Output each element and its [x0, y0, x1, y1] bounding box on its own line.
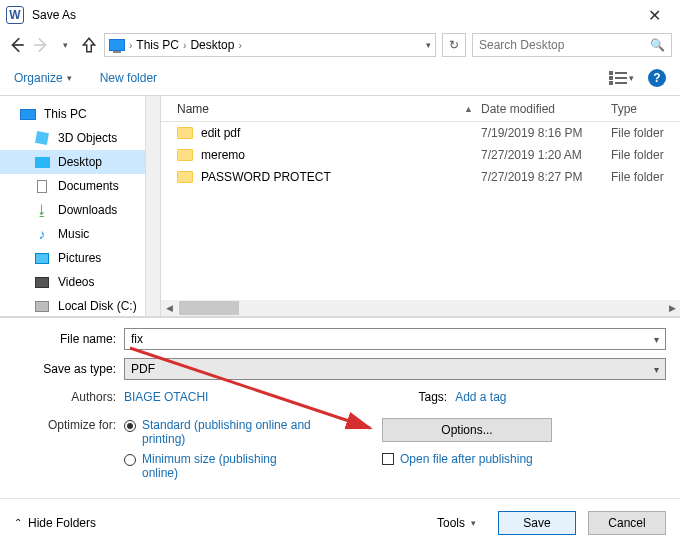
window-title: Save As	[32, 8, 634, 22]
file-list: Name ▲ Date modified Type edit pdf 7/19/…	[161, 96, 680, 316]
tags-value[interactable]: Add a tag	[455, 390, 506, 404]
sidebar-item-label: Downloads	[58, 203, 117, 217]
up-icon[interactable]	[80, 36, 98, 54]
file-name: edit pdf	[201, 126, 240, 140]
hide-folders-button[interactable]: ⌃ Hide Folders	[14, 516, 96, 530]
file-name: meremo	[201, 148, 245, 162]
sidebar-item-label: 3D Objects	[58, 131, 117, 145]
help-icon[interactable]: ?	[648, 69, 666, 87]
scroll-left-icon[interactable]: ◀	[161, 300, 177, 316]
sidebar-item-label: Local Disk (C:)	[58, 299, 137, 313]
cancel-button[interactable]: Cancel	[588, 511, 666, 535]
breadcrumb-this-pc[interactable]: This PC	[136, 38, 179, 52]
file-type: File folder	[611, 126, 680, 140]
cube-icon	[35, 131, 49, 145]
sidebar-item-videos[interactable]: Videos	[0, 270, 160, 294]
file-date: 7/27/2019 1:20 AM	[481, 148, 611, 162]
sidebar-item-label: Desktop	[58, 155, 102, 169]
horizontal-scrollbar[interactable]: ◀ ▶	[161, 300, 680, 316]
word-app-icon: W	[6, 6, 24, 24]
close-icon[interactable]: ✕	[634, 6, 674, 25]
filename-value: fix	[131, 332, 143, 346]
folder-icon	[177, 149, 193, 161]
filename-input[interactable]: fix ▾	[124, 328, 666, 350]
desktop-icon	[35, 157, 50, 168]
refresh-icon[interactable]: ↻	[442, 33, 466, 57]
dropdown-icon[interactable]: ▾	[654, 334, 659, 345]
authors-value[interactable]: BIAGE OTACHI	[124, 390, 208, 404]
column-header-date[interactable]: Date modified	[481, 102, 611, 116]
savetype-value: PDF	[131, 362, 155, 376]
tags-label: Tags:	[418, 390, 447, 404]
chevron-down-icon: ▾	[67, 73, 72, 83]
svg-rect-3	[615, 72, 627, 74]
chevron-right-icon: ›	[129, 40, 132, 51]
sidebar-item-pictures[interactable]: Pictures	[0, 246, 160, 270]
search-icon: 🔍	[650, 38, 665, 52]
sidebar-item-music[interactable]: ♪ Music	[0, 222, 160, 246]
sidebar-item-this-pc[interactable]: This PC	[0, 102, 160, 126]
file-name: PASSWORD PROTECT	[201, 170, 331, 184]
recent-dropdown-icon[interactable]: ▾	[56, 36, 74, 54]
svg-rect-1	[609, 76, 613, 80]
hide-folders-label: Hide Folders	[28, 516, 96, 530]
chevron-down-icon: ▾	[629, 73, 634, 83]
sidebar-item-label: Videos	[58, 275, 94, 289]
table-row[interactable]: PASSWORD PROTECT 7/27/2019 8:27 PM File …	[161, 166, 680, 188]
forward-icon	[32, 36, 50, 54]
chevron-right-icon: ›	[183, 40, 186, 51]
optimize-minimum-radio[interactable]: Minimum size (publishing online)	[124, 452, 312, 480]
radio-label: Standard (publishing online and printing…	[142, 418, 312, 446]
chevron-up-icon: ⌃	[14, 517, 22, 528]
column-header-name[interactable]: Name ▲	[161, 102, 481, 116]
column-header-type[interactable]: Type	[611, 102, 680, 116]
open-after-checkbox[interactable]: Open file after publishing	[382, 452, 533, 466]
download-icon: ⭳	[35, 202, 49, 218]
disk-icon	[35, 301, 49, 312]
savetype-label: Save as type:	[14, 362, 124, 376]
breadcrumb-dropdown-icon[interactable]: ▾	[426, 40, 431, 50]
sidebar: This PC 3D Objects Desktop Documents ⭳ D…	[0, 96, 161, 316]
svg-rect-0	[609, 71, 613, 75]
checkbox-label: Open file after publishing	[400, 452, 533, 466]
music-icon: ♪	[39, 226, 46, 242]
organize-menu[interactable]: Organize▾	[14, 71, 72, 85]
sidebar-item-label: This PC	[44, 107, 87, 121]
filename-label: File name:	[14, 332, 124, 346]
view-mode-button[interactable]: ▾	[609, 71, 634, 85]
monitor-icon	[20, 109, 36, 120]
chevron-down-icon: ▾	[471, 518, 476, 528]
sort-asc-icon: ▲	[464, 104, 473, 114]
table-row[interactable]: meremo 7/27/2019 1:20 AM File folder	[161, 144, 680, 166]
scroll-thumb[interactable]	[179, 301, 239, 315]
svg-rect-5	[615, 82, 627, 84]
table-row[interactable]: edit pdf 7/19/2019 8:16 PM File folder	[161, 122, 680, 144]
breadcrumb-desktop[interactable]: Desktop	[190, 38, 234, 52]
tools-menu[interactable]: Tools▾	[437, 516, 476, 530]
radio-label: Minimum size (publishing online)	[142, 452, 312, 480]
search-field[interactable]	[479, 38, 650, 52]
file-type: File folder	[611, 170, 680, 184]
sidebar-item-local-disk[interactable]: Local Disk (C:)	[0, 294, 160, 316]
breadcrumb[interactable]: › This PC › Desktop › ▾	[104, 33, 436, 57]
back-icon[interactable]	[8, 36, 26, 54]
pc-icon	[109, 39, 125, 51]
sidebar-item-3d-objects[interactable]: 3D Objects	[0, 126, 160, 150]
file-type: File folder	[611, 148, 680, 162]
optimize-standard-radio[interactable]: Standard (publishing online and printing…	[124, 418, 312, 446]
dropdown-icon[interactable]: ▾	[654, 364, 659, 375]
sidebar-item-desktop[interactable]: Desktop	[0, 150, 160, 174]
new-folder-button[interactable]: New folder	[100, 71, 157, 85]
sidebar-item-downloads[interactable]: ⭳ Downloads	[0, 198, 160, 222]
optimize-label: Optimize for:	[14, 418, 124, 432]
authors-label: Authors:	[14, 390, 124, 404]
save-button[interactable]: Save	[498, 511, 576, 535]
file-date: 7/19/2019 8:16 PM	[481, 126, 611, 140]
savetype-select[interactable]: PDF ▾	[124, 358, 666, 380]
checkbox-unchecked-icon	[382, 453, 394, 465]
options-button[interactable]: Options...	[382, 418, 552, 442]
file-date: 7/27/2019 8:27 PM	[481, 170, 611, 184]
search-input[interactable]: 🔍	[472, 33, 672, 57]
scroll-right-icon[interactable]: ▶	[664, 300, 680, 316]
sidebar-item-documents[interactable]: Documents	[0, 174, 160, 198]
